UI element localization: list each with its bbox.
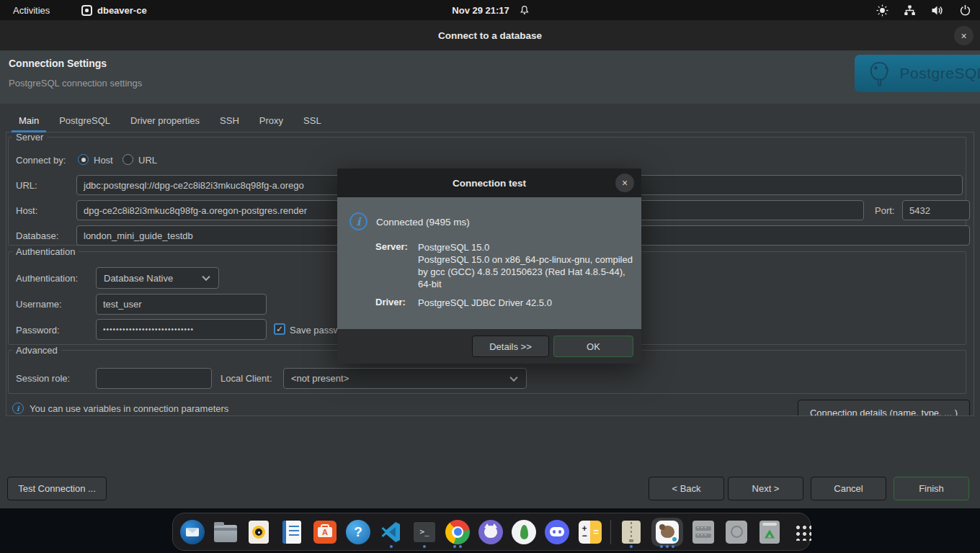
authentication-select-value: Database Native	[104, 273, 173, 284]
dialog-body: i Connected (9495 ms) Server: PostgreSQL…	[337, 197, 641, 329]
tab-driver-properties[interactable]: Driver properties	[120, 109, 210, 132]
chevron-down-icon	[509, 373, 517, 381]
connection-test-dialog: Connection test × i Connected (9495 ms) …	[337, 168, 641, 364]
focused-app-menu[interactable]: dbeaver-ce	[81, 5, 147, 16]
connect-by-host-radio[interactable]	[78, 154, 89, 165]
info-icon: i	[12, 403, 24, 414]
local-client-select[interactable]: <not present>	[283, 368, 527, 389]
thunderbird-icon[interactable]	[179, 518, 205, 547]
tab-postgresql[interactable]: PostgreSQL	[49, 109, 120, 132]
show-applications-icon[interactable]	[790, 518, 816, 547]
test-connection-button[interactable]: Test Connection ...	[7, 477, 107, 500]
chrome-icon[interactable]	[445, 518, 471, 547]
dock-separator	[610, 520, 611, 544]
dialog-close-button[interactable]: ×	[615, 174, 634, 192]
bell-icon	[519, 4, 530, 16]
back-button[interactable]: < Back	[649, 477, 724, 500]
calculator-icon[interactable]: +−=	[577, 518, 603, 547]
dbeaver-icon[interactable]	[651, 518, 683, 547]
trash-icon[interactable]	[757, 518, 783, 547]
password-label: Password:	[16, 325, 60, 336]
desktop: Activities dbeaver-ce Nov 29 21:17 Conne…	[0, 0, 980, 553]
finish-button[interactable]: Finish	[894, 477, 969, 500]
archive-manager-icon[interactable]	[618, 518, 644, 547]
session-role-label: Session role:	[16, 373, 70, 384]
help-icon[interactable]: ?	[345, 518, 371, 547]
local-client-select-value: <not present>	[291, 373, 349, 384]
authentication-group-legend: Authentication	[12, 246, 79, 257]
server-group-legend: Server	[12, 132, 47, 143]
rhythmbox-icon[interactable]	[246, 518, 272, 547]
discord-icon[interactable]	[544, 518, 570, 547]
ubuntu-software-icon[interactable]: A	[312, 518, 338, 547]
wizard-header: Connection Settings PostgreSQL connectio…	[0, 50, 980, 104]
clock-label: Nov 29 21:17	[452, 5, 509, 16]
focused-app-name: dbeaver-ce	[97, 5, 147, 16]
info-icon: i	[349, 212, 368, 230]
network-icon	[904, 4, 916, 17]
files-icon[interactable]	[213, 518, 239, 547]
url-label: URL:	[16, 180, 37, 191]
page-subtitle: PostgreSQL connection settings	[9, 78, 142, 89]
server-result-line1: PostgreSQL 15.0	[418, 241, 489, 253]
postgres-elephant-icon	[866, 59, 893, 88]
gnome-top-bar: Activities dbeaver-ce Nov 29 21:17	[0, 0, 980, 20]
connect-by-url-radio[interactable]	[122, 154, 133, 165]
local-client-label: Local Client:	[220, 373, 272, 384]
postgresql-logo-text: PostgreSQL	[900, 65, 980, 82]
authentication-select[interactable]: Database Native	[96, 267, 219, 289]
dialog-button-bar: Details >> OK	[337, 329, 641, 364]
tab-proxy[interactable]: Proxy	[249, 109, 293, 132]
dbeaver-app-icon	[81, 5, 92, 16]
ok-button[interactable]: OK	[553, 336, 633, 357]
username-label: Username:	[16, 299, 62, 310]
power-icon	[959, 4, 971, 17]
host-label: Host:	[16, 205, 37, 216]
database-label: Database:	[16, 230, 58, 241]
connection-status-text: Connected (9495 ms)	[376, 216, 470, 228]
clock-menu[interactable]: Nov 29 21:17	[452, 4, 530, 16]
connect-by-label: Connect by:	[16, 155, 66, 166]
activities-button[interactable]: Activities	[13, 5, 50, 16]
connection-details-button[interactable]: Connection details (name, type, ... )	[798, 400, 970, 416]
mongodb-compass-icon[interactable]	[511, 518, 537, 547]
window-title: Connect to a database	[0, 20, 980, 50]
port-input[interactable]: 5432	[902, 200, 970, 220]
terminal-icon[interactable]: >_	[411, 518, 437, 547]
details-button[interactable]: Details >>	[472, 336, 549, 357]
dialog-title: Connection test	[337, 168, 641, 197]
tab-ssl[interactable]: SSL	[293, 109, 331, 132]
cancel-button[interactable]: Cancel	[811, 477, 886, 500]
tab-ssh[interactable]: SSH	[210, 109, 249, 132]
footer-info-text: You can use variables in connection para…	[30, 403, 228, 414]
postgresql-logo: PostgreSQL	[855, 55, 980, 92]
vscode-icon[interactable]	[378, 518, 404, 547]
session-role-input[interactable]	[96, 368, 212, 389]
libreoffice-writer-icon[interactable]	[279, 518, 305, 547]
connect-by-host-label[interactable]: Host	[94, 155, 113, 166]
password-input[interactable]: ••••••••••••••••••••••••••••	[96, 319, 267, 340]
connect-by-url-label[interactable]: URL	[138, 155, 157, 166]
server-admin-icon[interactable]	[690, 518, 716, 547]
chevron-down-icon	[202, 273, 210, 281]
next-button[interactable]: Next >	[728, 477, 803, 500]
server-result-details: PostgreSQL 15.0 on x86_64-pc-linux-gnu, …	[418, 253, 636, 290]
volume-icon	[931, 4, 944, 17]
save-password-checkbox[interactable]: ✓	[274, 323, 285, 335]
settings-tabbar: Main PostgreSQL Driver properties SSH Pr…	[9, 109, 331, 132]
dock: A ? >_ +−=	[172, 513, 811, 551]
github-desktop-icon[interactable]	[478, 518, 504, 547]
driver-result-value: PostgreSQL JDBC Driver 42.5.0	[418, 297, 552, 309]
window-close-button[interactable]: ×	[954, 26, 974, 45]
system-status-area[interactable]	[876, 4, 971, 17]
disks-icon[interactable]	[723, 518, 749, 547]
port-label: Port:	[875, 205, 894, 216]
window-titlebar: Connect to a database ×	[0, 20, 980, 50]
brightness-icon	[876, 4, 888, 17]
tab-main[interactable]: Main	[9, 109, 49, 132]
page-title: Connection Settings	[9, 58, 107, 69]
username-input[interactable]: test_user	[96, 294, 267, 315]
authentication-label: Authentication:	[16, 273, 78, 284]
advanced-group-legend: Advanced	[12, 345, 61, 356]
